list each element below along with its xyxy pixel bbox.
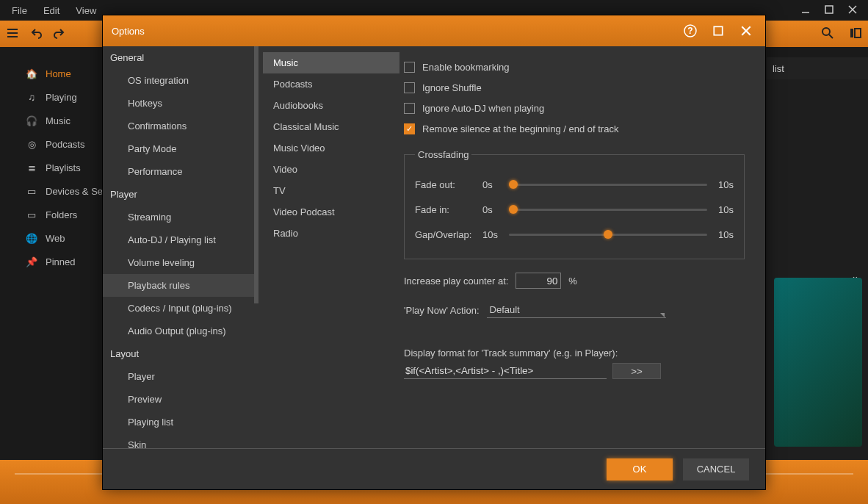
tree-group-layout[interactable]: Layout [103,342,258,365]
menu-file[interactable]: File [4,2,35,19]
input-display-format[interactable] [404,363,607,379]
svg-rect-10 [714,26,722,35]
sidebar-item-label: Pinned [46,256,75,267]
tree-item-auto-dj[interactable]: Auto-DJ / Playing list [103,228,258,251]
folder-icon: ▭ [25,208,38,221]
home-icon: 🏠 [25,67,38,80]
sidebar-item-playlists[interactable]: ≣Playlists [0,156,106,179]
slider-fade-out[interactable] [509,178,707,191]
tree-item-skin[interactable]: Skin [103,433,258,448]
media-type-audiobooks[interactable]: Audiobooks [263,95,399,116]
podcast-icon: ◎ [25,137,38,151]
right-panel: list ⌄ Rating: [767,57,868,460]
media-type-radio[interactable]: Radio [263,223,399,244]
media-type-list: Music Podcasts Audiobooks Classical Musi… [263,46,399,448]
sidebar-item-devices[interactable]: ▭Devices & Se [0,179,106,203]
sidebar-item-pinned[interactable]: 📌Pinned [0,250,106,273]
album-art [774,278,862,447]
tree-item-streaming[interactable]: Streaming [103,206,258,228]
tree-item-performance[interactable]: Performance [103,160,258,183]
close-icon[interactable] [847,4,858,17]
sidebar-item-web[interactable]: 🌐Web [0,226,106,250]
fade-in-min: 0s [482,204,502,215]
gap-max: 10s [715,229,734,240]
sidebar-item-home[interactable]: 🏠Home [0,62,106,85]
options-tree[interactable]: General OS integration Hotkeys Confirmat… [103,46,263,448]
search-icon[interactable] [821,26,834,42]
sidebar-item-label: Home [46,68,71,79]
slider-gap-overlap[interactable] [509,228,707,241]
tree-item-playback-rules[interactable]: Playback rules [103,274,258,297]
main-sidebar: 🏠Home ♫Playing 🎧Music ◎Podcasts ≣Playlis… [0,47,106,460]
tree-group-player[interactable]: Player [103,183,258,206]
pin-icon: 📌 [25,255,38,268]
checkbox-ignore-autodj[interactable] [404,103,415,114]
tree-item-layout-player[interactable]: Player [103,365,258,388]
dialog-close-icon[interactable] [736,21,756,41]
media-type-music[interactable]: Music [263,52,399,73]
media-type-classical[interactable]: Classical Music [263,116,399,137]
dialog-footer: OK CANCEL [103,448,765,489]
sidebar-item-label: Podcasts [46,139,84,150]
checkbox-enable-bookmarking[interactable] [404,62,415,73]
svg-rect-1 [825,6,833,13]
media-type-video[interactable]: Video [263,159,399,180]
tree-group-general[interactable]: General [103,46,258,69]
sidebar-item-playing[interactable]: ♫Playing [0,85,106,109]
label-gap-overlap: Gap/Overlap: [415,229,475,240]
slider-fade-in[interactable] [509,203,707,216]
minimize-icon[interactable] [800,4,811,17]
maximize-icon[interactable] [824,4,834,17]
label-remove-silence: Remove silence at the beginning / end of… [422,123,618,134]
tree-item-volume-leveling[interactable]: Volume leveling [103,251,258,274]
hamburger-icon[interactable] [6,26,19,42]
panel-toggle-icon[interactable] [849,26,862,42]
button-format-more[interactable]: >> [612,363,661,379]
sidebar-item-label: Web [46,233,65,244]
device-icon: ▭ [25,184,38,198]
gap-min: 10s [482,229,502,240]
help-icon[interactable]: ? [680,21,701,41]
cancel-button[interactable]: CANCEL [683,458,749,480]
sidebar-item-folders[interactable]: ▭Folders [0,203,106,226]
sidebar-item-podcasts[interactable]: ◎Podcasts [0,132,106,156]
tree-item-os-integration[interactable]: OS integration [103,69,258,92]
redo-icon[interactable] [53,26,66,42]
fade-out-min: 0s [482,179,502,190]
label-enable-bookmarking: Enable bookmarking [422,62,510,73]
tree-item-playing-list[interactable]: Playing list [103,411,258,433]
label-ignore-shuffle: Ignore Shuffle [422,82,482,93]
tree-item-hotkeys[interactable]: Hotkeys [103,92,258,115]
label-fade-in: Fade in: [415,204,475,215]
sidebar-item-label: Devices & Se [46,186,103,197]
sidebar-item-music[interactable]: 🎧Music [0,109,106,132]
checkbox-remove-silence[interactable] [404,123,415,134]
media-type-video-podcast[interactable]: Video Podcast [263,201,399,223]
svg-point-4 [822,28,830,35]
tree-scrollbar[interactable] [254,46,258,303]
dropdown-icon [660,313,665,317]
dialog-maximize-icon[interactable] [708,21,728,41]
tree-item-party-mode[interactable]: Party Mode [103,137,258,160]
ok-button[interactable]: OK [607,458,673,480]
media-type-music-video[interactable]: Music Video [263,137,399,159]
right-panel-header: list [767,57,868,79]
globe-icon: 🌐 [25,231,38,245]
tree-item-confirmations[interactable]: Confirmations [103,115,258,137]
headphones-icon: 🎧 [25,114,38,127]
media-type-podcasts[interactable]: Podcasts [263,73,399,95]
label-display-format: Display format for 'Track summary' (e.g.… [404,348,745,359]
select-play-now-action[interactable]: Default [487,302,666,318]
undo-icon[interactable] [29,26,43,42]
input-increase-counter[interactable] [516,273,561,289]
menu-edit[interactable]: Edit [36,2,67,19]
select-play-now-value: Default [490,304,520,315]
sidebar-item-label: Music [46,115,70,126]
tree-item-preview[interactable]: Preview [103,388,258,411]
menu-view[interactable]: View [68,2,104,19]
tree-item-audio-output[interactable]: Audio Output (plug-ins) [103,320,258,342]
media-type-tv[interactable]: TV [263,180,399,201]
checkbox-ignore-shuffle[interactable] [404,82,415,93]
tree-item-codecs[interactable]: Codecs / Input (plug-ins) [103,297,258,320]
fade-out-max: 10s [715,179,734,190]
